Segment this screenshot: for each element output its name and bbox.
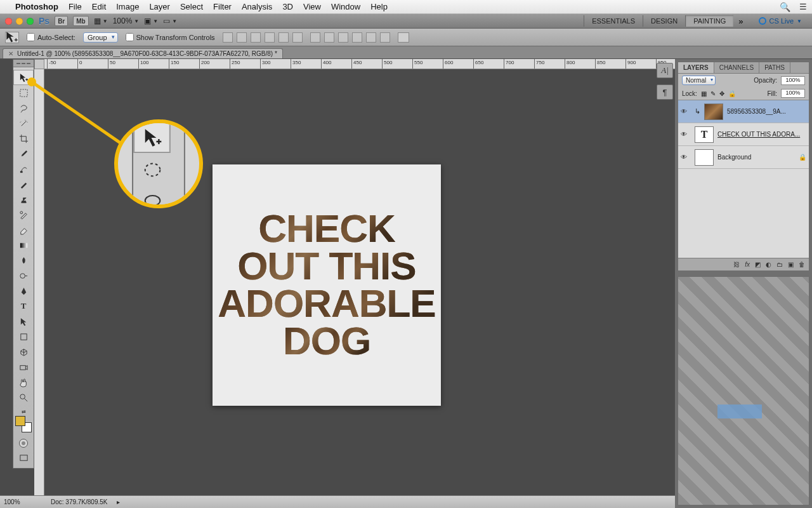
- layer-thumbnail[interactable]: [704, 104, 723, 120]
- lock-all-icon[interactable]: 🔒: [728, 90, 736, 97]
- zoom-tool[interactable]: [13, 390, 34, 405]
- align-hcenter-button[interactable]: [278, 32, 289, 43]
- brush-tool[interactable]: [13, 177, 34, 192]
- status-zoom-field[interactable]: 100%: [4, 498, 42, 505]
- tools-panel-grip[interactable]: [13, 60, 34, 67]
- layer-visibility-icon[interactable]: 👁: [681, 131, 691, 138]
- distribute-bottom-button[interactable]: [338, 32, 348, 43]
- distribute-vcenter-button[interactable]: [324, 32, 334, 43]
- shape-tool[interactable]: [13, 329, 34, 344]
- history-brush-tool[interactable]: [13, 207, 34, 222]
- menu-filter[interactable]: Filter: [213, 2, 232, 11]
- navigator-panel[interactable]: [678, 276, 809, 505]
- menu-extras-icon[interactable]: ☰: [799, 2, 807, 11]
- document-tab[interactable]: ✕ Untitled-1 @ 100% (58956353308__9A670F…: [3, 48, 283, 58]
- distribute-top-button[interactable]: [310, 32, 320, 43]
- magic-wand-tool[interactable]: [13, 116, 34, 131]
- layer-row[interactable]: 👁 ↳ 58956353308__9A...: [678, 100, 809, 123]
- align-right-button[interactable]: [292, 32, 303, 43]
- app-menu[interactable]: Photoshop: [15, 2, 58, 11]
- swap-colors-icon[interactable]: ⇄: [22, 409, 26, 415]
- document-canvas[interactable]: CHECK OUT THIS ADORABLE DOG: [213, 164, 441, 406]
- foreground-color-swatch[interactable]: [15, 416, 25, 426]
- show-transform-checkbox[interactable]: Show Transform Controls: [126, 33, 215, 41]
- channels-tab[interactable]: CHANNELS: [714, 62, 759, 73]
- window-minimize-button[interactable]: [16, 18, 23, 25]
- menu-3d[interactable]: 3D: [282, 2, 293, 11]
- menu-layer[interactable]: Layer: [149, 2, 170, 11]
- menu-select[interactable]: Select: [180, 2, 203, 11]
- layer-name[interactable]: 58956353308__9A...: [727, 108, 806, 115]
- paths-tab[interactable]: PATHS: [759, 62, 790, 73]
- adjustment-layer-icon[interactable]: ◐: [766, 261, 771, 268]
- lock-transparency-icon[interactable]: ▦: [701, 90, 707, 97]
- window-close-button[interactable]: [5, 18, 12, 25]
- layer-mask-icon[interactable]: ◩: [755, 261, 761, 268]
- arrange-documents-dropdown[interactable]: ▣▼: [144, 17, 158, 25]
- healing-brush-tool[interactable]: [13, 161, 34, 177]
- distribute-left-button[interactable]: [352, 32, 362, 43]
- horizontal-ruler[interactable]: -500501001502002503003504004505005506006…: [34, 59, 675, 69]
- marquee-tool[interactable]: [13, 85, 34, 100]
- current-tool-icon[interactable]: [5, 32, 19, 43]
- layer-visibility-icon[interactable]: 👁: [681, 154, 691, 161]
- align-vcenter-button[interactable]: [237, 32, 247, 43]
- paragraph-panel-icon[interactable]: ¶: [657, 84, 673, 100]
- layer-row[interactable]: 👁 T CHECK OUT THIS ADORA...: [678, 123, 809, 146]
- ruler-origin[interactable]: [34, 59, 44, 69]
- status-doc-info[interactable]: Doc: 379.7K/809.5K: [51, 498, 108, 505]
- navigator-view-box[interactable]: [717, 404, 762, 418]
- distribute-hcenter-button[interactable]: [366, 32, 376, 43]
- workspace-painting[interactable]: PAINTING: [685, 15, 733, 27]
- lock-position-icon[interactable]: ✥: [719, 90, 724, 97]
- layers-tab[interactable]: LAYERS: [678, 62, 714, 73]
- hand-tool[interactable]: [13, 375, 34, 390]
- menu-view[interactable]: View: [303, 2, 321, 11]
- pen-tool[interactable]: [13, 283, 34, 298]
- spotlight-icon[interactable]: 🔍: [780, 2, 790, 12]
- link-layers-icon[interactable]: ⛓: [733, 261, 740, 268]
- path-selection-tool[interactable]: [13, 314, 34, 329]
- distribute-right-button[interactable]: [380, 32, 390, 43]
- view-extras-dropdown[interactable]: ▦▼: [94, 17, 108, 25]
- auto-align-button[interactable]: [398, 32, 409, 43]
- window-zoom-button[interactable]: [27, 18, 34, 25]
- align-top-button[interactable]: [223, 32, 233, 43]
- bridge-launch-button[interactable]: Br: [55, 16, 68, 26]
- screen-mode-button[interactable]: [13, 450, 34, 465]
- layer-thumbnail[interactable]: T: [695, 126, 714, 143]
- type-tool[interactable]: T: [13, 298, 34, 314]
- workspace-design[interactable]: DESIGN: [643, 15, 685, 27]
- layer-name[interactable]: Background: [717, 154, 795, 161]
- blend-mode-dropdown[interactable]: Normal: [682, 76, 716, 85]
- gradient-tool[interactable]: [13, 237, 34, 253]
- workspace-essentials[interactable]: ESSENTIALS: [584, 15, 643, 27]
- zoom-level-dropdown[interactable]: 100%▼: [113, 17, 140, 25]
- new-layer-icon[interactable]: ▣: [788, 261, 794, 268]
- lock-pixels-icon[interactable]: ✎: [710, 90, 716, 97]
- menu-image[interactable]: Image: [116, 2, 139, 11]
- layer-thumbnail[interactable]: [695, 149, 714, 166]
- workspace-more-button[interactable]: »: [733, 17, 748, 26]
- auto-select-target-dropdown[interactable]: Group: [83, 32, 118, 43]
- lasso-tool[interactable]: [13, 100, 34, 116]
- document-tab-close-icon[interactable]: ✕: [8, 50, 13, 57]
- align-left-button[interactable]: [265, 32, 275, 43]
- eraser-tool[interactable]: [13, 222, 34, 237]
- foreground-background-swatch[interactable]: [15, 416, 32, 432]
- auto-select-checkbox[interactable]: Auto-Select:: [27, 33, 75, 41]
- layer-visibility-icon[interactable]: 👁: [681, 108, 691, 115]
- 3d-tool[interactable]: [13, 344, 34, 359]
- crop-tool[interactable]: [13, 131, 34, 146]
- align-bottom-button[interactable]: [251, 32, 261, 43]
- layer-group-icon[interactable]: 🗀: [776, 261, 783, 268]
- vertical-ruler[interactable]: [34, 69, 44, 495]
- status-info-menu-icon[interactable]: ▸: [117, 498, 120, 505]
- layer-row[interactable]: 👁 Background 🔒: [678, 146, 809, 169]
- quick-mask-toggle[interactable]: [19, 439, 28, 448]
- eyedropper-tool[interactable]: [13, 146, 34, 161]
- fill-input[interactable]: 100%: [781, 89, 805, 98]
- blur-tool[interactable]: [13, 253, 34, 268]
- layer-name[interactable]: CHECK OUT THIS ADORA...: [717, 131, 806, 138]
- opacity-input[interactable]: 100%: [781, 76, 805, 85]
